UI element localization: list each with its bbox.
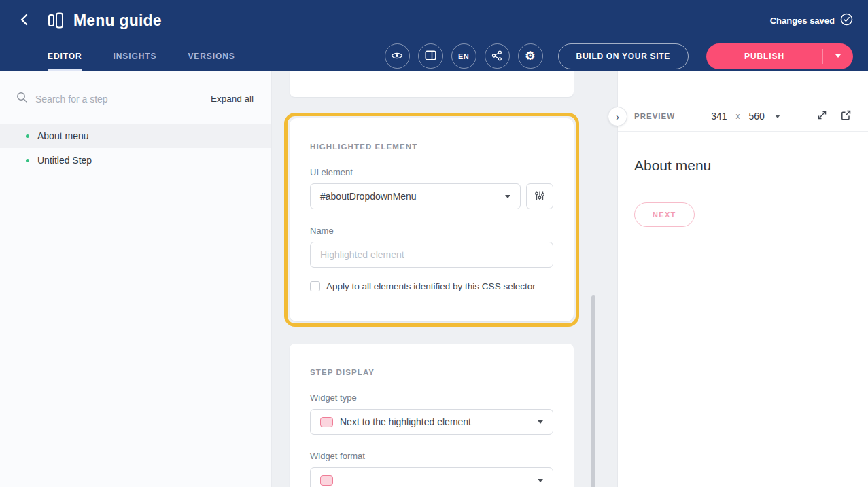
widget-shape-icon: [320, 417, 333, 427]
top-bar-row2: EDITOR INSIGHTS VERSIONS: [16, 41, 853, 71]
apply-all-label[interactable]: Apply to all elements identified by this…: [326, 281, 536, 291]
editor-canvas: HIGHLIGHTED ELEMENT UI element #aboutDro…: [272, 71, 617, 487]
step-display-card: STEP DISPLAY Widget type Next to the hig…: [290, 344, 574, 487]
save-status-label: Changes saved: [770, 16, 835, 26]
app-root: Menu guide Changes saved EDITOR INSIGHTS…: [0, 0, 868, 487]
step-search-row: Expand all: [0, 71, 271, 124]
canvas-scrollbar[interactable]: [591, 295, 595, 487]
step-status-dot: [26, 159, 29, 162]
sliders-icon: [534, 190, 545, 203]
search-icon: [16, 92, 28, 106]
preview-step-heading: About menu: [634, 158, 852, 174]
preview-title: PREVIEW: [634, 112, 675, 120]
check-circle-icon: [840, 13, 853, 28]
collapse-preview-button[interactable]: ›: [608, 107, 627, 126]
preview-width-value: 341: [711, 111, 727, 122]
layout-panel-button[interactable]: [418, 43, 443, 69]
save-status: Changes saved: [770, 13, 853, 28]
ui-element-select[interactable]: #aboutDropdownMenu: [310, 183, 521, 209]
tab-editor-label: EDITOR: [48, 52, 82, 61]
widget-shape-icon: [320, 475, 333, 486]
fullscreen-button[interactable]: [816, 109, 828, 123]
preview-header-icons: [816, 109, 852, 123]
preview-panel: › PREVIEW 341 x 560: [617, 71, 868, 487]
widget-type-label: Widget type: [310, 393, 553, 403]
widget-type-select[interactable]: Next to the highlighted element: [310, 409, 553, 435]
build-on-your-site-button[interactable]: BUILD ON YOUR SITE: [558, 43, 689, 69]
publish-dropdown-button[interactable]: [823, 43, 853, 69]
top-bar-row1: Menu guide Changes saved: [16, 0, 853, 41]
tab-insights-label: INSIGHTS: [114, 52, 157, 61]
name-label: Name: [310, 226, 553, 236]
tab-insights[interactable]: INSIGHTS: [114, 41, 157, 71]
preview-eye-button[interactable]: [385, 43, 410, 69]
app-logo-icon: [48, 12, 65, 29]
chevron-left-icon: [19, 14, 30, 28]
highlighted-selection-ring: HIGHLIGHTED ELEMENT UI element #aboutDro…: [284, 113, 579, 327]
ui-element-label: UI element: [310, 167, 553, 177]
tab-versions-label: VERSIONS: [188, 52, 235, 61]
ui-element-row: #aboutDropdownMenu: [310, 183, 553, 209]
share-button[interactable]: [485, 43, 510, 69]
main-tabs: EDITOR INSIGHTS VERSIONS: [48, 41, 235, 71]
language-button[interactable]: EN: [451, 43, 476, 69]
step-label: About menu: [37, 130, 89, 141]
publish-button-group: PUBLISH: [706, 43, 853, 69]
selector-settings-button[interactable]: [526, 183, 553, 209]
sidebar-item-untitled-step[interactable]: Untitled Step: [0, 148, 271, 173]
chevron-down-icon: [505, 195, 510, 198]
section-title: STEP DISPLAY: [310, 344, 553, 376]
top-bar: Menu guide Changes saved EDITOR INSIGHTS…: [0, 0, 868, 71]
external-link-icon: [840, 109, 852, 123]
size-separator: x: [736, 111, 740, 121]
expand-icon: [816, 109, 828, 123]
step-status-dot: [26, 134, 29, 138]
app-body: Expand all About menu Untitled Step HIGH…: [0, 71, 868, 487]
widget-format-label: Widget format: [310, 451, 553, 461]
highlighted-element-name-input[interactable]: [310, 242, 553, 268]
language-label: EN: [458, 52, 469, 60]
share-icon: [491, 50, 502, 62]
open-external-button[interactable]: [840, 109, 852, 123]
partial-card-above: [290, 71, 574, 97]
step-search-input[interactable]: [35, 94, 203, 105]
settings-card-column: HIGHLIGHTED ELEMENT UI element #aboutDro…: [290, 71, 574, 487]
gear-icon: ⚙: [525, 50, 536, 62]
chevron-down-icon: [775, 115, 780, 118]
chevron-down-icon: [835, 54, 841, 58]
chevron-down-icon: [538, 420, 543, 424]
tab-editor[interactable]: EDITOR: [48, 41, 82, 71]
section-title: HIGHLIGHTED ELEMENT: [310, 118, 553, 151]
chevron-down-icon: [538, 479, 543, 482]
tab-versions[interactable]: VERSIONS: [188, 41, 235, 71]
eye-icon: [391, 51, 403, 62]
highlighted-element-card: HIGHLIGHTED ELEMENT UI element #aboutDro…: [290, 118, 574, 321]
step-label: Untitled Step: [37, 155, 92, 166]
steps-sidebar: Expand all About menu Untitled Step: [0, 71, 272, 487]
layout-icon: [425, 50, 436, 62]
top-actions: EN ⚙ BUILD ON: [385, 43, 853, 69]
preview-height-value: 560: [749, 111, 765, 122]
preview-header: PREVIEW 341 x 560: [618, 101, 868, 132]
back-button[interactable]: [16, 11, 33, 31]
ui-element-value: #aboutDropdownMenu: [320, 191, 417, 202]
preview-size-dropdown[interactable]: 341 x 560: [675, 111, 816, 122]
apply-all-row: Apply to all elements identified by this…: [310, 281, 553, 291]
sidebar-item-about-menu[interactable]: About menu: [0, 124, 271, 148]
chevron-right-icon: ›: [616, 111, 619, 122]
expand-all-button[interactable]: Expand all: [211, 94, 254, 104]
publish-button[interactable]: PUBLISH: [706, 43, 822, 69]
preview-next-button[interactable]: NEXT: [634, 202, 695, 227]
settings-button[interactable]: ⚙: [518, 43, 543, 69]
page-title: Menu guide: [73, 12, 162, 30]
preview-body: About menu NEXT: [618, 132, 868, 253]
widget-type-row: Next to the highlighted element: [310, 409, 553, 435]
apply-all-checkbox[interactable]: [310, 281, 320, 291]
widget-type-value: Next to the highlighted element: [340, 416, 471, 427]
widget-format-select[interactable]: [310, 467, 553, 487]
widget-format-row: [310, 467, 553, 487]
